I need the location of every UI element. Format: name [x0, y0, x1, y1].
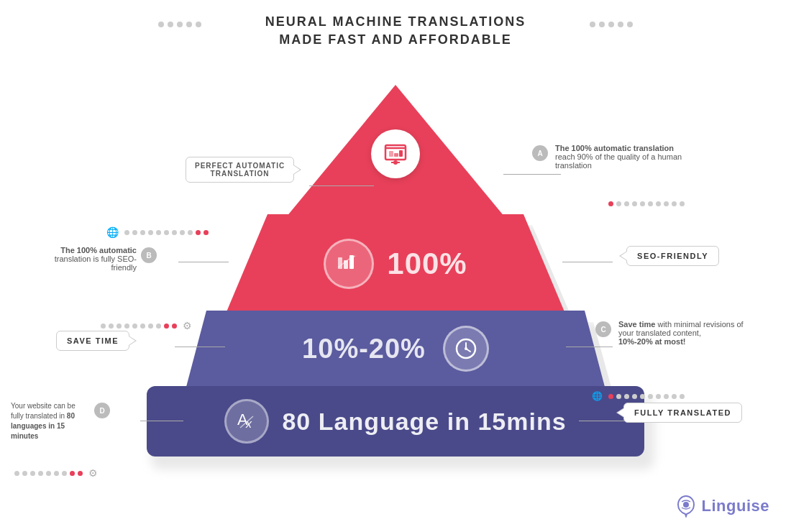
annotation-b-left: The 100% automatic translation is fully … — [43, 246, 160, 272]
badge-c: C — [595, 321, 611, 337]
annotation-a: A The 100% automatic translation reach 9… — [532, 144, 685, 170]
badge-a: A — [532, 145, 548, 161]
brand-name: Linguise — [702, 497, 769, 515]
brand-logo: Linguise — [676, 495, 769, 518]
triangle-icon — [371, 129, 420, 178]
annotation-d: Your website can be fully translated in … — [11, 401, 113, 441]
dot — [168, 22, 173, 27]
dot — [627, 22, 633, 27]
svg-rect-4 — [389, 151, 393, 157]
bottom-bar-content: A x 80 Language in 15mins — [147, 386, 644, 457]
dot — [196, 22, 201, 27]
dots-row-mid-left: 🌐 — [106, 226, 209, 238]
page-title: NEURAL MACHINE TRANSLATIONS MADE FAST AN… — [0, 0, 791, 49]
globe-icon-2: 🌐 — [592, 391, 603, 401]
mid-icon — [324, 239, 374, 289]
purple-trapezoid-content: 10%-20% — [186, 311, 605, 387]
title-dots-right — [590, 22, 633, 27]
bottom-bar-value: 80 Language in 15mins — [282, 408, 566, 436]
gear-icon-2: ⚙ — [88, 467, 98, 479]
svg-rect-6 — [399, 150, 403, 157]
fully-translated-callout: FULLY TRANSLATED — [623, 403, 742, 423]
translate-icon-circle: A x — [224, 399, 269, 444]
connector-b — [178, 262, 229, 262]
gear-icon-1: ⚙ — [183, 320, 192, 331]
connector-d — [140, 421, 183, 421]
badge-b: B — [141, 247, 157, 263]
svg-point-13 — [465, 347, 467, 350]
purple-value: 10%-20% — [302, 334, 426, 364]
dots-row-pur-left: ⚙ — [101, 320, 192, 331]
connector-fully — [579, 421, 626, 421]
dot — [186, 22, 192, 27]
svg-point-17 — [683, 502, 689, 508]
badge-d: D — [94, 403, 110, 418]
main-title: NEURAL MACHINE TRANSLATIONS MADE FAST AN… — [0, 13, 791, 49]
dots-row-bar-left: ⚙ — [14, 467, 98, 479]
mid-value: 100% — [387, 247, 467, 281]
title-dots-left — [158, 22, 201, 27]
dot — [590, 22, 595, 27]
dot — [177, 22, 183, 27]
connector-tri-left — [309, 185, 374, 186]
dot — [608, 22, 614, 27]
dots-row-pur-right: 🌐 — [592, 391, 685, 401]
dots-row-tri-right — [608, 201, 685, 206]
connector-tri-right — [503, 174, 561, 175]
save-time-callout: SAVE TIME — [56, 331, 129, 351]
connector-save-time — [175, 347, 225, 347]
seo-callout: SEO-FRIENDLY — [626, 246, 719, 266]
svg-rect-5 — [394, 153, 398, 157]
dot — [618, 22, 623, 27]
linguise-icon — [676, 495, 696, 518]
pyramid-container: 100% 10%-20% A x 80 Language in 15mins — [0, 50, 791, 525]
dot — [158, 22, 164, 27]
mid-trapezoid-content: 100% — [226, 214, 565, 313]
perfect-auto-callout: PERFECT AUTOMATIC TRANSLATION — [186, 157, 294, 183]
dot — [599, 22, 605, 27]
annotation-c: C Save time with minimal revisions of yo… — [595, 320, 748, 346]
clock-icon-circle — [443, 326, 489, 372]
connector-c — [566, 347, 613, 347]
connector-seo — [562, 262, 613, 262]
globe-icon-1: 🌐 — [106, 226, 119, 238]
